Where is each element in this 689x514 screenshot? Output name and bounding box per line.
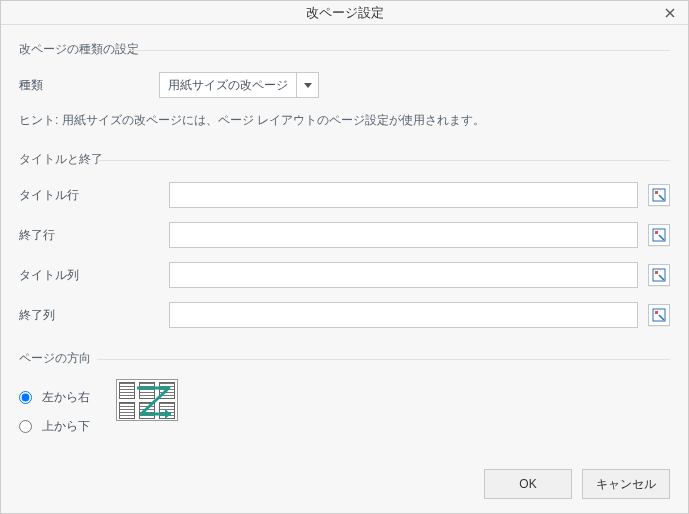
dialog-footer: OK キャンセル: [1, 459, 688, 513]
type-select-value: 用紙サイズの改ページ: [168, 77, 288, 94]
cancel-button[interactable]: キャンセル: [582, 469, 670, 499]
svg-rect-7: [655, 311, 658, 314]
group-title-type: 改ページの種類の設定: [19, 41, 670, 58]
radio-ttb-input[interactable]: [19, 420, 32, 433]
end-row-range-picker[interactable]: [648, 224, 670, 246]
range-picker-icon: [652, 228, 666, 242]
radio-top-to-bottom[interactable]: 上から下: [19, 418, 90, 435]
type-hint: ヒント: 用紙サイズの改ページには、ページ レイアウトのページ設定が使用されます…: [19, 112, 670, 129]
close-icon: [665, 8, 675, 18]
dialog-body: 改ページの種類の設定 種類 用紙サイズの改ページ ヒント: 用紙サイズの改ページ…: [1, 25, 688, 459]
end-col-input[interactable]: [169, 302, 638, 328]
group-title-direction: ページの方向: [19, 350, 670, 367]
direction-arrow-icon: [117, 380, 179, 422]
type-label: 種類: [19, 77, 159, 94]
title-col-label: タイトル列: [19, 267, 159, 284]
svg-rect-3: [655, 231, 658, 234]
direction-radios: 左から右 上から下: [19, 389, 90, 435]
svg-rect-1: [655, 191, 658, 194]
end-col-label: 終了列: [19, 307, 159, 324]
radio-ltr-label: 左から右: [42, 389, 90, 406]
range-picker-icon: [652, 188, 666, 202]
title-col-input[interactable]: [169, 262, 638, 288]
end-col-range-picker[interactable]: [648, 304, 670, 326]
cancel-button-label: キャンセル: [596, 476, 656, 493]
end-row-label: 終了行: [19, 227, 159, 244]
title-row-input[interactable]: [169, 182, 638, 208]
title-col-range-picker[interactable]: [648, 264, 670, 286]
radio-ttb-label: 上から下: [42, 418, 90, 435]
title-row-range-picker[interactable]: [648, 184, 670, 206]
radio-left-to-right[interactable]: 左から右: [19, 389, 90, 406]
group-page-break-type: 改ページの種類の設定 種類 用紙サイズの改ページ ヒント: 用紙サイズの改ページ…: [19, 41, 670, 129]
select-arrow: [296, 73, 318, 97]
range-picker-icon: [652, 268, 666, 282]
ok-button-label: OK: [519, 477, 536, 491]
title-row-label: タイトル行: [19, 187, 159, 204]
radio-ltr-input[interactable]: [19, 391, 32, 404]
group-title-title-end: タイトルと終了: [19, 151, 670, 168]
svg-rect-5: [655, 271, 658, 274]
page-break-settings-dialog: 改ページ設定 改ページの種類の設定 種類 用紙サイズの改ページ ヒント: 用紙サ…: [0, 0, 689, 514]
titlebar: 改ページ設定: [1, 1, 688, 25]
chevron-down-icon: [304, 83, 312, 88]
close-button[interactable]: [660, 3, 680, 23]
range-picker-icon: [652, 308, 666, 322]
end-row-input[interactable]: [169, 222, 638, 248]
group-title-end: タイトルと終了 タイトル行 終了行 タイトル列: [19, 151, 670, 328]
direction-preview: [116, 379, 178, 421]
ok-button[interactable]: OK: [484, 469, 572, 499]
type-select[interactable]: 用紙サイズの改ページ: [159, 72, 319, 98]
group-page-direction: ページの方向 左から右 上から下: [19, 350, 670, 435]
dialog-title: 改ページ設定: [306, 4, 384, 22]
